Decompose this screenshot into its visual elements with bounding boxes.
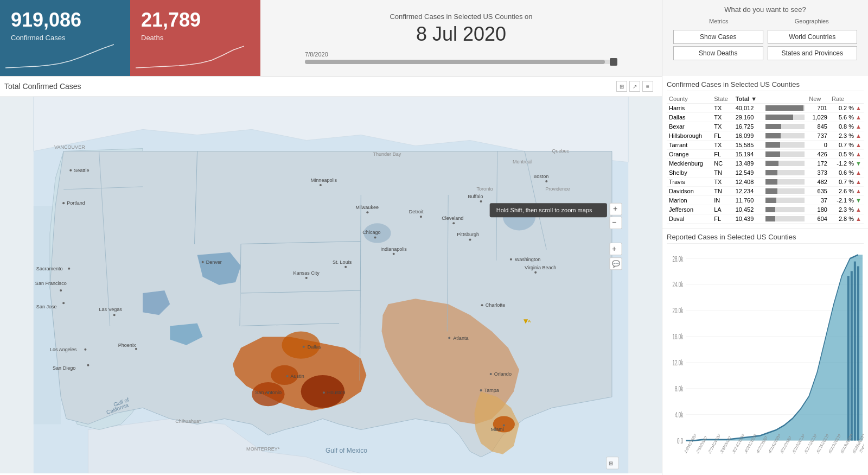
- col-new[interactable]: New: [807, 94, 829, 104]
- cases-sparkline: [5, 42, 125, 71]
- svg-text:Minneapolis: Minneapolis: [311, 178, 337, 183]
- county-new: 604: [807, 214, 829, 224]
- svg-point-38: [202, 261, 204, 263]
- county-total: 12,408: [733, 178, 764, 187]
- county-rate: -1.2 % ▼: [829, 159, 864, 168]
- county-rate: 5.6 % ▲: [829, 113, 864, 122]
- county-rate: 2.6 % ▲: [829, 187, 864, 196]
- svg-text:Miami: Miami: [491, 427, 504, 432]
- col-state[interactable]: State: [712, 94, 733, 104]
- county-name: Hillsborough: [667, 131, 712, 141]
- trend-arrow: ▼: [856, 197, 861, 204]
- map-container[interactable]: Seattle Portland Sacramento San Francisc…: [0, 97, 662, 473]
- trend-arrow: ▲: [856, 151, 861, 157]
- county-state: FL: [712, 214, 733, 224]
- svg-text:−: −: [612, 218, 616, 226]
- deaths-sparkline: [136, 42, 255, 71]
- svg-text:Quebec: Quebec: [552, 148, 569, 154]
- svg-point-54: [469, 239, 471, 241]
- county-total: 15,194: [733, 150, 764, 159]
- metrics-col: Show Cases Show Deaths: [673, 30, 763, 60]
- svg-text:Pittsburgh: Pittsburgh: [457, 232, 479, 237]
- geographies-col: World Countries States and Provinces: [768, 30, 858, 60]
- svg-text:Buffalo: Buffalo: [468, 194, 483, 199]
- svg-text:Austin: Austin: [291, 373, 304, 379]
- svg-text:8.0k: 8.0k: [675, 385, 683, 393]
- controls-title: What do you want to see?: [673, 5, 857, 14]
- svg-point-82: [480, 389, 482, 391]
- svg-text:3/6/2020: 3/6/2020: [720, 434, 732, 455]
- county-rate: 2.3 % ▲: [829, 131, 864, 141]
- svg-point-72: [286, 375, 289, 377]
- county-rate: 0.5 % ▲: [829, 150, 864, 159]
- svg-text:1/26/2020: 1/26/2020: [684, 432, 697, 455]
- show-deaths-button[interactable]: Show Deaths: [673, 46, 763, 60]
- svg-text:San Antonio: San Antonio: [255, 390, 282, 395]
- svg-point-48: [393, 253, 395, 255]
- slider-thumb[interactable]: [610, 58, 617, 66]
- table-row: Bexar TX 16,725 845 0.8 % ▲: [667, 122, 864, 131]
- confirmed-cases-box: 919,086 Confirmed Cases: [0, 0, 130, 76]
- confirmed-cases-number: 919,086: [11, 9, 119, 31]
- trend-arrow: ▲: [856, 179, 861, 185]
- controls-panel: What do you want to see? Metrics Geograp…: [662, 0, 868, 76]
- county-bar: [763, 131, 807, 141]
- county-total: 12,549: [733, 168, 764, 178]
- expand-icon[interactable]: ⊞: [616, 81, 627, 92]
- svg-text:Dallas: Dallas: [308, 344, 322, 350]
- menu-icon[interactable]: ≡: [642, 81, 653, 92]
- county-new: 373: [807, 168, 829, 178]
- trend-arrow: ▲: [856, 206, 861, 213]
- chart-section: Reported Cases in Selected US Counties 2…: [662, 228, 868, 475]
- trend-arrow: ▲: [856, 142, 861, 148]
- col-total[interactable]: Total ▼: [733, 94, 764, 104]
- svg-text:Chicago: Chicago: [362, 230, 380, 235]
- svg-rect-131: [857, 266, 859, 440]
- county-bar: [763, 104, 807, 113]
- table-row: Dallas TX 29,160 1,029 5.6 % ▲: [667, 113, 864, 122]
- svg-text:Thunder Bay: Thunder Bay: [373, 151, 401, 157]
- states-provinces-button[interactable]: States and Provinces: [768, 46, 858, 60]
- fullscreen-icon[interactable]: ↗: [629, 81, 640, 92]
- trend-arrow: ▲: [856, 123, 861, 130]
- county-new: 37: [807, 196, 829, 205]
- county-name: Davidson: [667, 187, 712, 196]
- svg-text:Toronto: Toronto: [477, 186, 493, 192]
- county-state: IN: [712, 196, 733, 205]
- map-title-bar: Total Confirmed Cases ⊞ ↗ ≡: [0, 77, 662, 97]
- col-rate[interactable]: Rate: [829, 94, 864, 104]
- trend-arrow: ▲: [856, 105, 861, 111]
- show-cases-button[interactable]: Show Cases: [673, 30, 763, 44]
- svg-point-78: [534, 271, 537, 274]
- col-county[interactable]: County: [667, 94, 712, 104]
- app-container: 919,086 Confirmed Cases 21,789 Deaths Co…: [0, 0, 868, 475]
- county-rate: 2.8 % ▲: [829, 214, 864, 224]
- county-name: Mecklenburg: [667, 159, 712, 168]
- chart-title: Reported Cases in Selected US Counties: [667, 233, 864, 244]
- county-total: 10,439: [733, 214, 764, 224]
- date-panel: Confirmed Cases in Selected US Counties …: [260, 0, 662, 76]
- date-slider-track[interactable]: [305, 60, 617, 64]
- svg-rect-130: [854, 262, 856, 441]
- county-state: TN: [712, 168, 733, 178]
- table-section: Confirmed Cases in Selected US Counties …: [662, 76, 868, 228]
- world-countries-button[interactable]: World Countries: [768, 30, 858, 44]
- svg-text:⊞: ⊞: [609, 460, 613, 466]
- svg-text:VANCOUVER: VANCOUVER: [54, 144, 85, 150]
- svg-point-24: [68, 268, 70, 270]
- county-name: Duval: [667, 214, 712, 224]
- county-state: TX: [712, 104, 733, 113]
- county-total: 16,725: [733, 122, 764, 131]
- svg-point-56: [480, 200, 482, 202]
- svg-point-26: [60, 289, 62, 292]
- county-bar: [763, 113, 807, 122]
- svg-text:San Jose: San Jose: [36, 304, 57, 309]
- svg-marker-127: [686, 255, 863, 440]
- date-panel-title: Confirmed Cases in Selected US Counties …: [390, 12, 532, 21]
- county-state: TX: [712, 141, 733, 150]
- svg-text:Chihuahua*: Chihuahua*: [175, 419, 201, 424]
- county-name: Jefferson: [667, 205, 712, 214]
- county-state: FL: [712, 131, 733, 141]
- svg-point-64: [481, 304, 483, 306]
- county-rate: 0.2 % ▲: [829, 104, 864, 113]
